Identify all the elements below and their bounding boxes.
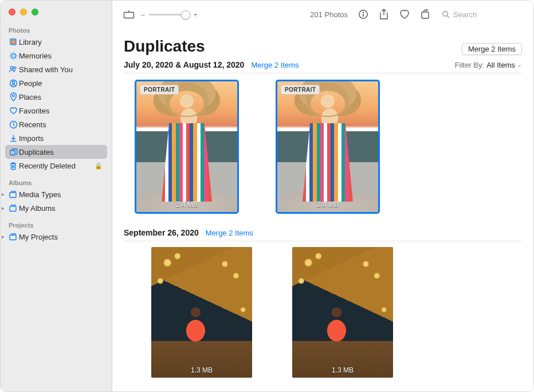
- sidebar-item-label: Places: [19, 93, 41, 101]
- main-content: – + 201 Photos Search: [112, 1, 533, 391]
- date-group-header: September 26, 2020Merge 2 Items: [124, 222, 522, 241]
- sidebar-heading: Projects: [1, 218, 112, 230]
- import-icon: [9, 134, 18, 143]
- sidebar-item-label: Library: [19, 38, 42, 46]
- merge-selected-button[interactable]: Merge 2 Items: [462, 43, 522, 55]
- thumbnail-grid: 1.3 MB1.3 MB: [124, 241, 522, 388]
- filter-label: Filter By:: [455, 61, 484, 69]
- date-label: September 26, 2020: [124, 228, 199, 237]
- sidebar-item-label: Recents: [19, 120, 46, 129]
- photo-count-label: 201 Photos: [310, 10, 348, 19]
- portrait-badge: PORTRAIT: [140, 85, 179, 95]
- stack-icon: [9, 190, 18, 199]
- disclosure-chevron-icon[interactable]: ▸: [2, 205, 9, 211]
- favorite-button[interactable]: [397, 7, 412, 21]
- disclosure-chevron-icon[interactable]: ▸: [2, 234, 9, 240]
- zoom-slider[interactable]: [149, 14, 189, 15]
- stack-icon: [9, 232, 18, 241]
- shared-icon: [9, 65, 18, 74]
- file-size-label: 2.4 MB: [136, 201, 237, 209]
- sidebar-item-media-types[interactable]: ▸Media Types: [1, 187, 112, 201]
- sidebar-item-label: Media Types: [19, 190, 61, 199]
- date-label: July 20, 2020 & August 12, 2020: [124, 60, 244, 69]
- sidebar-item-label: Recently Deleted: [19, 162, 76, 170]
- svg-rect-12: [10, 235, 16, 240]
- places-icon: [9, 92, 18, 101]
- svg-point-6: [12, 81, 14, 84]
- file-size-label: 2.4 MB: [277, 201, 378, 209]
- duplicates-icon: [9, 147, 18, 156]
- people-icon: [9, 79, 18, 88]
- file-size-label: 1.3 MB: [151, 366, 252, 374]
- window-traffic-lights: [1, 1, 112, 23]
- photo-thumbnail[interactable]: 1.3 MB: [292, 247, 393, 378]
- clock-icon: [9, 120, 18, 129]
- heart-icon: [9, 106, 18, 115]
- rotate-button[interactable]: [418, 7, 433, 21]
- file-size-label: 1.3 MB: [292, 366, 393, 374]
- content-scroll[interactable]: Duplicates Merge 2 Items July 20, 2020 &…: [112, 28, 533, 391]
- sidebar-heading: Albums: [1, 176, 112, 187]
- sidebar-item-label: Shared with You: [19, 65, 73, 74]
- aspect-toggle-button[interactable]: [121, 7, 136, 21]
- close-window-button[interactable]: [9, 9, 15, 15]
- portrait-badge: PORTRAIT: [281, 85, 320, 95]
- minimize-window-button[interactable]: [20, 9, 27, 15]
- sidebar-item-recents[interactable]: Recents: [1, 117, 112, 131]
- svg-rect-11: [10, 206, 16, 211]
- photo-thumbnail[interactable]: 1.3 MB: [151, 247, 252, 378]
- svg-rect-16: [422, 12, 429, 18]
- zoom-out-icon[interactable]: –: [140, 10, 146, 19]
- chevron-down-icon: ⌄: [517, 62, 522, 68]
- sidebar-item-memories[interactable]: Memories: [1, 49, 112, 62]
- svg-rect-13: [124, 13, 134, 18]
- svg-point-2: [11, 54, 15, 57]
- sidebar: PhotosLibraryMemoriesShared with YouPeop…: [1, 1, 112, 391]
- sidebar-item-label: People: [19, 79, 42, 88]
- photo-thumbnail[interactable]: PORTRAIT2.4 MB: [277, 81, 378, 212]
- svg-point-17: [443, 11, 448, 17]
- svg-point-3: [10, 66, 13, 69]
- search-icon: [442, 10, 450, 18]
- photo-thumbnail[interactable]: PORTRAIT2.4 MB: [136, 81, 237, 212]
- maximize-window-button[interactable]: [32, 9, 38, 15]
- lock-icon: 🔒: [95, 162, 105, 170]
- sidebar-item-my-albums[interactable]: ▸My Albums: [1, 201, 112, 215]
- sidebar-item-people[interactable]: People: [1, 76, 112, 90]
- svg-point-7: [12, 95, 14, 97]
- sidebar-item-library[interactable]: Library: [1, 35, 112, 49]
- sidebar-item-places[interactable]: Places: [1, 90, 112, 104]
- thumbnail-grid: PORTRAIT2.4 MBPORTRAIT2.4 MB: [124, 73, 522, 222]
- trash-icon: [9, 161, 18, 170]
- merge-group-link[interactable]: Merge 2 Items: [251, 61, 299, 69]
- disclosure-chevron-icon[interactable]: ▸: [2, 191, 9, 197]
- sidebar-item-label: Favorites: [19, 107, 49, 115]
- info-button[interactable]: [356, 7, 371, 21]
- sidebar-item-my-projects[interactable]: ▸My Projects: [1, 230, 112, 244]
- toolbar: – + 201 Photos Search: [112, 1, 533, 28]
- date-group-header: September 26, 2020Merge 3 Items: [124, 388, 522, 391]
- zoom-in-icon[interactable]: +: [193, 10, 198, 19]
- svg-rect-10: [10, 193, 16, 198]
- app-window: PhotosLibraryMemoriesShared with YouPeop…: [0, 0, 534, 392]
- sidebar-item-label: My Albums: [19, 204, 56, 213]
- search-field[interactable]: Search: [438, 9, 524, 21]
- sidebar-item-favorites[interactable]: Favorites: [1, 104, 112, 117]
- photos-library-icon: [9, 37, 18, 46]
- sidebar-item-recently-deleted[interactable]: Recently Deleted🔒: [1, 159, 112, 173]
- date-group-header: July 20, 2020 & August 12, 2020Merge 2 I…: [124, 56, 522, 73]
- sidebar-heading: Photos: [1, 23, 112, 35]
- page-title: Duplicates: [124, 37, 205, 56]
- sidebar-item-label: Imports: [19, 134, 44, 143]
- memories-icon: [9, 51, 18, 60]
- sidebar-item-shared-with-you[interactable]: Shared with You: [1, 62, 112, 76]
- search-placeholder: Search: [453, 10, 477, 19]
- sidebar-item-label: Duplicates: [19, 148, 54, 156]
- sidebar-item-duplicates[interactable]: Duplicates: [5, 145, 107, 159]
- merge-group-link[interactable]: Merge 2 Items: [206, 229, 253, 237]
- filter-value: All Items: [486, 61, 515, 69]
- sidebar-item-imports[interactable]: Imports: [1, 131, 112, 145]
- svg-rect-1: [10, 39, 16, 45]
- filter-by-dropdown[interactable]: Filter By:All Items⌄: [455, 61, 522, 69]
- share-button[interactable]: [376, 7, 391, 21]
